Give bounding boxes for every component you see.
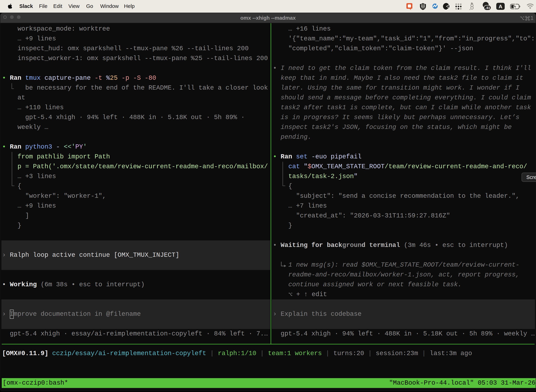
svg-text:A: A	[498, 4, 502, 9]
svg-text:..61: ..61	[485, 6, 490, 10]
